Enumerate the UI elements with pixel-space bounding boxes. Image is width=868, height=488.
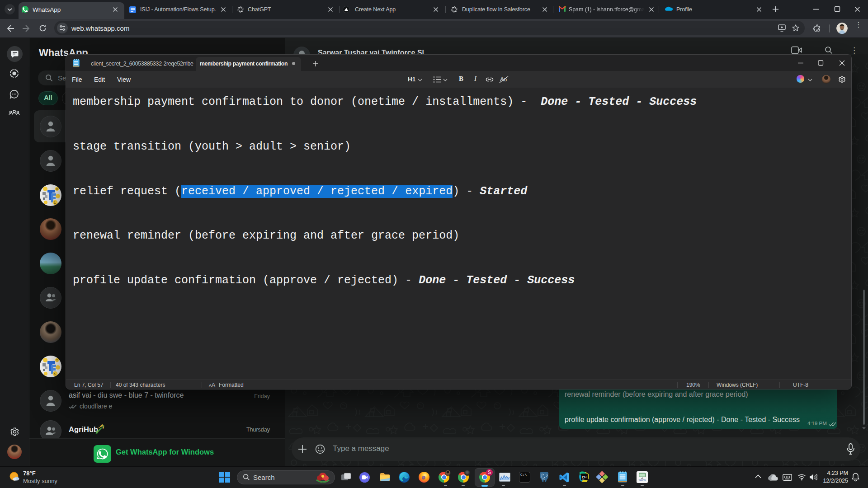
svg-text:PC: PC bbox=[582, 475, 587, 479]
